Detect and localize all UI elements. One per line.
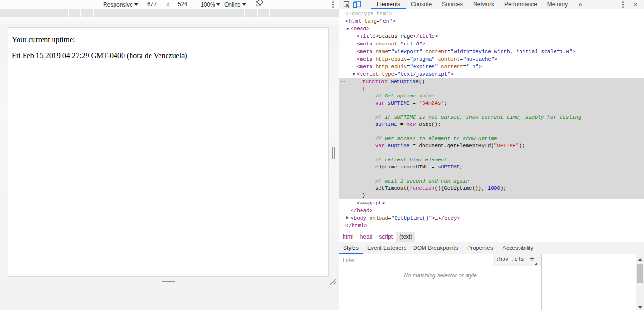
dom-row-meta-charset[interactable]: <meta charset="utf-8"> [339, 40, 644, 48]
styles-filter-input[interactable]: Filter [343, 257, 355, 264]
resize-height-grip[interactable] [162, 281, 175, 282]
resize-width-grip[interactable] [334, 147, 335, 159]
viewport-width-input[interactable]: 677 [143, 0, 160, 8]
token: "utf-8" [400, 41, 422, 47]
dom-row-head-open[interactable]: <head> [339, 25, 644, 33]
dom-row-head-close[interactable]: </head> [339, 207, 644, 214]
expand-down-icon[interactable] [346, 28, 349, 30]
selected-script-text-node[interactable]: …function GetUptime(){// Get uptime valu… [339, 78, 644, 199]
close-devtools-icon[interactable]: ✕ [633, 1, 638, 8]
expand-down-icon[interactable] [353, 73, 355, 76]
more-tabs-icon[interactable]: » [578, 1, 582, 8]
page-uptime-label: Your current uptime: [12, 35, 75, 44]
toggle-hover-state-button[interactable]: :hov [496, 257, 508, 262]
sidebar-tab-dom-breakpoints[interactable]: DOM Breakpoints [413, 242, 458, 254]
token: </head> [351, 208, 372, 213]
new-style-rule-button[interactable]: + [529, 254, 535, 264]
breadcrumb: htmlheadscript(text) [339, 232, 644, 242]
code-line: // wait 1 second and run again [362, 178, 644, 185]
dom-row-meta-pragma[interactable]: <meta http-equiv="pragma" content="no-ca… [339, 55, 644, 63]
resize-height-grip[interactable] [162, 283, 175, 283]
styles-pane: Filter :hov .cls + No matching selector … [339, 254, 541, 310]
preset-segment-tablet-right[interactable] [270, 9, 339, 17]
breadcrumb-item-script[interactable]: script [376, 232, 396, 242]
scrollbar-down-icon[interactable] [638, 306, 642, 309]
tab-memory[interactable]: Memory [542, 0, 573, 9]
token: () [419, 79, 425, 85]
token: // refresh html element [375, 157, 447, 163]
preset-segment-tablet-left[interactable] [0, 9, 68, 17]
token: ; [444, 100, 447, 106]
rotate-viewport-icon[interactable] [256, 0, 263, 9]
code-line: // Get access to element to show uptime [362, 135, 644, 142]
token: </html> [345, 223, 367, 229]
preset-segment-mobile-m-right[interactable] [245, 9, 257, 17]
sidebar-tab-event-listeners[interactable]: Event Listeners [367, 242, 406, 254]
token: <meta [357, 49, 372, 54]
dom-row-body[interactable]: <body onload="GetUptime()">…</body> [339, 214, 644, 222]
token: … [435, 215, 438, 221]
tab-sources[interactable]: Sources [437, 0, 468, 9]
token: function [362, 79, 388, 85]
token: } [362, 193, 366, 198]
device-type-dropdown[interactable]: Responsive [103, 1, 133, 8]
emulated-page[interactable]: Your current uptime: Fri Feb 15 2019 04:… [8, 27, 329, 277]
token: sUPTIME [375, 122, 397, 127]
zoom-caret-icon [216, 3, 220, 6]
scrollbar-thumb[interactable] [637, 264, 643, 283]
dom-row-title[interactable]: <title>Status Page</title> [339, 33, 644, 40]
token: http-equiv [372, 56, 407, 62]
device-toolbar-menu-icon[interactable] [332, 1, 334, 9]
sidebar-tab-styles[interactable]: Styles [343, 242, 359, 254]
styles-secondary-pane [542, 254, 644, 310]
dom-row-html-open[interactable]: <html lang="en"> [339, 18, 644, 25]
throttling-dropdown[interactable]: Online [224, 1, 241, 8]
scrollbar[interactable] [636, 254, 644, 310]
breadcrumb-item-html[interactable]: html [339, 232, 357, 242]
devtools-menu-icon[interactable] [622, 1, 624, 9]
token: > [423, 41, 426, 47]
token: new [406, 122, 416, 127]
preset-segment-mobile-l-right[interactable] [258, 9, 269, 17]
dom-row-html-close[interactable]: </html> [339, 222, 644, 230]
dom-row-script-open[interactable]: <script type="text/javascript"> [339, 71, 644, 78]
resize-width-grip[interactable] [332, 147, 333, 159]
sidebar-tab-properties[interactable]: Properties [467, 242, 493, 254]
tab-console[interactable]: Console [406, 0, 437, 9]
zoom-dropdown[interactable]: 100% [201, 1, 215, 8]
tab-network[interactable]: Network [468, 0, 499, 9]
resize-corner-grip[interactable] [329, 278, 337, 287]
page-uptime-value: Fri Feb 15 2019 04:27:29 GMT-0400 (hora … [12, 51, 187, 60]
expand-right-icon[interactable] [346, 216, 349, 219]
token: <title> [357, 34, 379, 39]
breadcrumb-item-text[interactable]: (text) [396, 232, 415, 242]
device-emulation-pane: Responsive 677 × 526 100% Online Your cu… [0, 0, 339, 310]
preset-segment-mobile-m-left[interactable] [81, 9, 93, 17]
dom-row-meta-viewport[interactable]: <meta name="viewport" content="width=dev… [339, 48, 644, 55]
token: // wait 1 second and run again [375, 178, 469, 184]
styles-empty-message: No matching selector or style [339, 272, 541, 279]
scrollbar-up-icon[interactable] [638, 258, 642, 261]
devtools-tabs: ElementsConsoleSourcesNetworkPerformance… [371, 0, 573, 9]
preset-segment-mobile-l-left[interactable] [69, 9, 80, 17]
token: = [377, 18, 380, 24]
preset-segment-mobile-s[interactable] [94, 9, 244, 17]
code-line [362, 128, 644, 135]
token: name [372, 49, 388, 54]
dom-row-meta-expires[interactable]: <meta http-equiv="expires" content="-1"> [339, 63, 644, 71]
breadcrumb-item-head[interactable]: head [357, 232, 376, 242]
tab-performance[interactable]: Performance [499, 0, 542, 9]
token: 1000 [488, 186, 500, 191]
sidebar-tab-accessibility[interactable]: Accessibility [503, 242, 533, 254]
dom-row-doctype[interactable]: <!doctype html> [339, 10, 644, 18]
code-line [362, 107, 644, 114]
token: </body> [438, 215, 460, 221]
token: "expires" [410, 64, 438, 70]
code-line [362, 150, 644, 157]
toggle-class-button[interactable]: .cls [512, 257, 524, 262]
token: sUPTIME [388, 100, 409, 106]
token: = [394, 71, 397, 77]
dom-row-script-close[interactable]: </script>pt [339, 199, 644, 207]
tab-elements[interactable]: Elements [371, 0, 406, 9]
viewport-height-input[interactable]: 526 [174, 0, 191, 8]
